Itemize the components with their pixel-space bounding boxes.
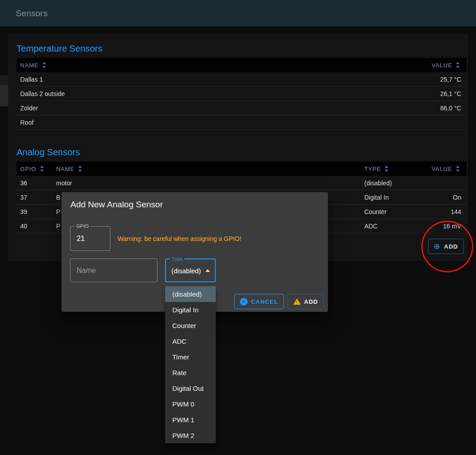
temperature-section: Temperature Sensors NAME VALUE Dallas 1 … (8, 43, 468, 130)
cell-gpio: 36 (17, 179, 52, 187)
dialog-title: Add New Analog Sensor (70, 200, 163, 210)
add-sensor-button[interactable]: ⊕ ADD (428, 239, 464, 254)
cell-gpio: 37 (17, 194, 52, 201)
dropdown-option[interactable]: Counter (165, 318, 216, 333)
cell-value: 26,1 °C (395, 90, 467, 97)
cell-value: On (413, 194, 467, 201)
column-label: NAME (56, 166, 74, 172)
cell-type: Digital In (361, 194, 413, 201)
cell-type: ADC (361, 223, 413, 230)
column-label: NAME (20, 62, 39, 69)
column-header-value[interactable]: VALUE (395, 58, 467, 72)
temperature-table-header: NAME VALUE (17, 58, 467, 72)
cell-gpio: 39 (17, 208, 52, 215)
table-row[interactable]: Dallas 1 25,7 °C (17, 72, 467, 87)
gpio-field-label: GPIO (74, 223, 91, 229)
cell-value: 25,7 °C (395, 76, 467, 83)
dialog-add-button-label: ADD (304, 298, 318, 305)
page-title: Sensors (16, 9, 48, 18)
cancel-button-label: CANCEL (251, 298, 278, 305)
circle-x-icon: ✕ (240, 298, 248, 306)
app-header: Sensors (0, 0, 476, 26)
cell-gpio: 40 (17, 223, 52, 230)
analog-table-header: GPIO NAME TYPE VALUE (17, 162, 467, 176)
dialog-add-button[interactable]: ! ADD (288, 294, 324, 309)
cell-name: Dallas 1 (17, 76, 395, 83)
analog-section-title: Analog Sensors (17, 146, 468, 158)
cell-type: (disabled) (361, 179, 413, 187)
table-row[interactable]: Roof (17, 115, 467, 130)
column-header-gpio[interactable]: GPIO (17, 162, 52, 176)
sort-icon (384, 166, 389, 172)
table-row[interactable]: 36 motor (disabled) (17, 176, 467, 190)
gpio-input[interactable] (70, 227, 110, 250)
cell-name: Zolder (17, 105, 395, 112)
name-input[interactable] (70, 259, 157, 282)
temperature-table: NAME VALUE Dallas 1 25,7 °C Dalla (17, 58, 467, 130)
name-field (70, 258, 157, 282)
column-header-name[interactable]: NAME (52, 162, 361, 176)
column-label: VALUE (432, 166, 452, 172)
dropdown-option[interactable]: PWM 0 (165, 396, 216, 412)
cancel-button[interactable]: ✕ CANCEL (234, 294, 284, 309)
temperature-section-title: Temperature Sensors (17, 43, 468, 54)
gpio-field: GPIO (70, 226, 110, 251)
sort-icon (42, 62, 46, 68)
column-header-name[interactable]: NAME (17, 58, 395, 72)
sort-icon (456, 166, 460, 172)
dropdown-option[interactable]: Timer (165, 349, 216, 365)
dropdown-option[interactable]: (disabled) (165, 286, 216, 302)
dropdown-option[interactable]: PWM 1 (165, 412, 216, 428)
cell-value: 86,0 °C (395, 105, 467, 112)
cell-value: 144 (413, 208, 467, 215)
type-select[interactable]: Type (disabled) (165, 258, 216, 282)
table-row[interactable]: Dallas 2 outside 26,1 °C (17, 87, 467, 101)
cell-value: 16 mV (413, 223, 467, 230)
circle-plus-icon: ⊕ (434, 243, 441, 250)
dropdown-option[interactable]: Rate (165, 365, 216, 381)
column-label: GPIO (20, 166, 36, 172)
column-label: TYPE (364, 166, 381, 172)
nav-drawer-edge (0, 75, 8, 107)
sort-icon (456, 62, 460, 68)
gpio-warning-text: Warning: be careful when assigning a GPI… (118, 235, 241, 242)
sort-icon (40, 166, 44, 172)
dropdown-option[interactable]: ADC (165, 333, 216, 349)
temperature-rows: Dallas 1 25,7 °C Dallas 2 outside 26,1 °… (17, 72, 467, 130)
column-label: VALUE (432, 62, 452, 69)
type-field-label: Type (170, 256, 184, 262)
dropdown-option[interactable]: Digital Out (165, 381, 216, 396)
dropdown-option[interactable]: Digital In (165, 302, 216, 318)
dialog-footer: ✕ CANCEL ! ADD (234, 294, 324, 309)
cell-name: motor (52, 179, 361, 187)
cell-name: Dallas 2 outside (17, 90, 395, 97)
table-row[interactable]: Zolder 86,0 °C (17, 101, 467, 115)
cell-type: Counter (361, 208, 413, 215)
caret-up-icon (205, 269, 210, 272)
nav-drawer-highlight (0, 85, 8, 106)
warning-triangle-icon: ! (293, 298, 301, 305)
cell-name: Roof (17, 119, 395, 126)
column-header-type[interactable]: TYPE (361, 162, 413, 176)
type-dropdown-menu: (disabled) Digital In Counter ADC Timer … (165, 286, 216, 443)
dropdown-option[interactable]: PWM 2 (165, 428, 216, 443)
sort-icon (78, 166, 82, 172)
add-button-label: ADD (444, 243, 458, 250)
type-selected-value: (disabled) (171, 267, 201, 274)
column-header-value[interactable]: VALUE (413, 162, 467, 176)
